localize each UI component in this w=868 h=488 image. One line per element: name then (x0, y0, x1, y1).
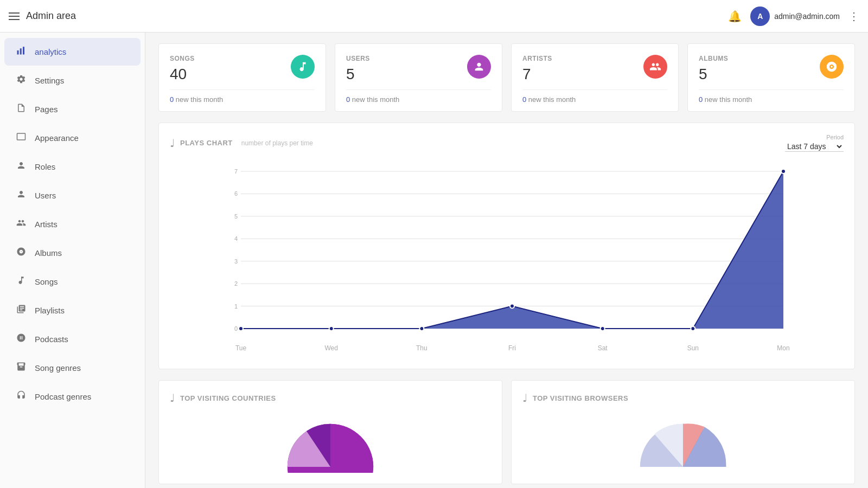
svg-text:Tue: Tue (235, 344, 247, 352)
svg-point-26 (781, 169, 786, 174)
user-badge[interactable]: A admin@admin.com (750, 7, 840, 26)
playlists-icon (15, 304, 27, 317)
svg-text:4: 4 (234, 235, 238, 242)
svg-rect-2 (23, 47, 24, 54)
countries-chart (170, 413, 491, 473)
sidebar-item-users[interactable]: Users (4, 182, 141, 209)
sidebar-item-podcast-genres[interactable]: Podcast genres (4, 383, 141, 410)
plays-chart-section: ♩ PLAYS CHART number of plays per time P… (158, 123, 855, 369)
sidebar-label-podcasts: Podcasts (35, 335, 68, 344)
sidebar-label-users: Users (35, 191, 56, 200)
sidebar-label-analytics: analytics (35, 47, 66, 56)
stat-card-songs: SONGS 40 0 new this month (158, 43, 326, 112)
svg-point-25 (691, 326, 695, 331)
period-select[interactable]: Last 7 days Last 30 days Last 90 days (785, 142, 844, 152)
stat-card-users: USERS 5 0 new this month (335, 43, 502, 112)
sidebar-item-analytics[interactable]: analytics (4, 38, 141, 66)
roles-icon (15, 160, 27, 173)
settings-icon (15, 74, 27, 87)
svg-point-20 (239, 326, 243, 331)
sidebar-item-albums[interactable]: Albums (4, 239, 141, 267)
stat-card-albums: ALBUMS 5 0 new this month (687, 43, 855, 112)
sidebar-item-appearance[interactable]: Appearance (4, 124, 141, 152)
stat-card-top-users: USERS 5 (346, 55, 491, 83)
sidebar-item-pages[interactable]: Pages (4, 95, 141, 123)
sidebar-label-pages: Pages (35, 105, 58, 114)
hamburger-icon[interactable] (9, 12, 20, 20)
plays-svg: 76543210TueWedThuFriSatSunMon (170, 160, 844, 356)
stat-icon-albums (820, 55, 844, 79)
sidebar-item-songs[interactable]: Songs (4, 268, 141, 296)
browsers-card: ♩ TOP VISITING BROWSERS (511, 380, 855, 484)
countries-card: ♩ TOP VISITING COUNTRIES (158, 380, 502, 484)
pages-icon (15, 103, 27, 115)
header-right: 🔔 A admin@admin.com ⋮ (728, 7, 859, 26)
chart-title: PLAYS CHART (180, 139, 233, 147)
header-left: Admin area (9, 10, 76, 22)
music-note-icon: ♩ (170, 137, 175, 150)
more-options-icon[interactable]: ⋮ (848, 10, 859, 23)
chart-title-area: ♩ PLAYS CHART number of plays per time (170, 137, 313, 150)
browsers-music-icon: ♩ (522, 391, 527, 404)
stat-card-artists: ARTISTS 7 0 new this month (511, 43, 679, 112)
period-label: Period (826, 134, 844, 140)
stat-icon-users (467, 55, 491, 79)
users-icon (15, 189, 27, 202)
stat-footer-users: 0 new this month (346, 89, 491, 104)
app-body: analytics Settings Pages Appearance Role… (0, 33, 868, 488)
sidebar-label-artists: Artists (35, 220, 58, 229)
stat-value-users: 5 (346, 66, 370, 83)
countries-pie (271, 413, 390, 473)
stat-label-songs: SONGS (170, 55, 195, 62)
podcasts-icon (15, 333, 27, 345)
svg-text:6: 6 (234, 190, 238, 197)
stat-footer-artists: 0 new this month (522, 89, 667, 104)
svg-text:Sat: Sat (598, 344, 608, 352)
header: Admin area 🔔 A admin@admin.com ⋮ (0, 0, 868, 33)
svg-point-3 (831, 66, 833, 68)
avatar: A (750, 7, 770, 26)
svg-point-22 (419, 326, 424, 331)
user-email: admin@admin.com (774, 12, 840, 21)
svg-text:Wed: Wed (324, 344, 337, 352)
stat-value-songs: 40 (170, 66, 195, 83)
sidebar-item-artists[interactable]: Artists (4, 210, 141, 238)
stat-card-top-songs: SONGS 40 (170, 55, 315, 83)
sidebar-label-song-genres: Song genres (35, 363, 81, 373)
svg-point-21 (329, 326, 334, 331)
sidebar-label-albums: Albums (35, 248, 62, 258)
countries-music-icon: ♩ (170, 391, 175, 404)
sidebar-item-roles[interactable]: Roles (4, 153, 141, 181)
sidebar-label-playlists: Playlists (35, 306, 65, 315)
notifications-icon[interactable]: 🔔 (728, 10, 742, 23)
svg-text:Thu: Thu (416, 344, 427, 352)
stat-footer-albums: 0 new this month (699, 89, 844, 104)
sidebar-item-song-genres[interactable]: Song genres (4, 354, 141, 382)
browsers-pie (623, 413, 743, 473)
browsers-title: TOP VISITING BROWSERS (533, 394, 628, 402)
svg-point-23 (510, 304, 514, 309)
sidebar-label-songs: Songs (35, 277, 58, 286)
chart-header: ♩ PLAYS CHART number of plays per time P… (170, 134, 844, 152)
browsers-chart (522, 413, 844, 473)
analytics-icon (15, 46, 27, 58)
svg-text:3: 3 (234, 258, 238, 265)
svg-point-24 (601, 326, 605, 331)
stat-value-artists: 7 (522, 66, 552, 83)
stat-label-artists: ARTISTS (522, 55, 552, 62)
svg-text:2: 2 (234, 280, 238, 287)
stat-icon-songs (291, 55, 315, 79)
sidebar-item-settings[interactable]: Settings (4, 67, 141, 94)
stat-icon-artists (643, 55, 667, 79)
svg-text:Fri: Fri (508, 344, 516, 352)
stat-cards: SONGS 40 0 new this month USERS 5 0 new … (158, 43, 855, 112)
sidebar-item-podcasts[interactable]: Podcasts (4, 325, 141, 353)
countries-title: TOP VISITING COUNTRIES (180, 394, 276, 402)
countries-header: ♩ TOP VISITING COUNTRIES (170, 391, 491, 404)
sidebar-label-appearance: Appearance (35, 133, 79, 143)
svg-text:Sun: Sun (687, 344, 699, 352)
svg-text:7: 7 (234, 168, 238, 175)
songs-icon (15, 275, 27, 288)
sidebar-item-playlists[interactable]: Playlists (4, 297, 141, 324)
sidebar-label-settings: Settings (35, 76, 64, 85)
